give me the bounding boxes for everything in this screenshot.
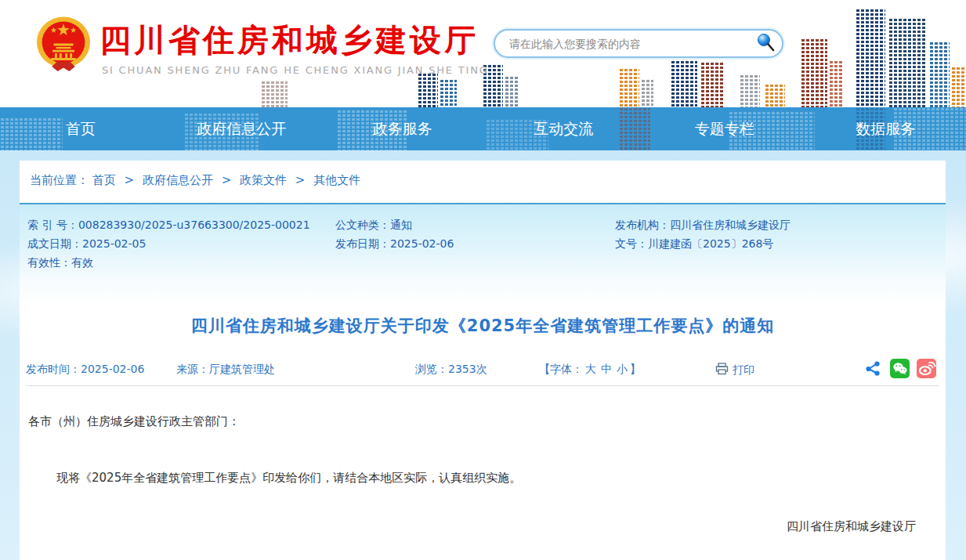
search-icon (755, 43, 776, 55)
doc-issuing-agency: 发布机构：四川省住房和城乡建设厅 (615, 219, 791, 233)
share-button[interactable] (863, 359, 883, 379)
print-label: 打印 (733, 363, 754, 378)
main-navigation: 首页 政府信息公开 政务服务 互动交流 专题专栏 数据服务 (0, 107, 966, 150)
weibo-share-button[interactable] (917, 359, 936, 379)
building-decoration (261, 81, 288, 107)
building-decoration (801, 38, 827, 107)
font-size-prefix: 【字体： (539, 363, 583, 375)
site-title-pinyin: SI CHUAN SHENG ZHU FANG HE CHENG XIANG J… (102, 64, 489, 76)
breadcrumb-label: 当前位置： (30, 173, 89, 187)
article-salutation: 各市（州）住房城乡建设行政主管部门： (28, 414, 240, 429)
search-box (494, 29, 783, 58)
nav-item-services[interactable]: 政务服务 (322, 107, 483, 150)
building-decoration (888, 18, 926, 107)
building-decoration (619, 68, 639, 107)
content-panel: 当前位置： 首页 > 政府信息公开 > 政策文件 > 其他文件 索 引 号：00… (20, 161, 946, 560)
share-icons (863, 359, 936, 379)
breadcrumb-separator: > (125, 173, 135, 187)
site-title: 四川省住房和城乡建设厅 (99, 19, 479, 62)
doc-type: 公文种类：通知 (335, 219, 412, 233)
view-count: 浏览：2353次 (415, 363, 487, 377)
nav-item-gov-info[interactable]: 政府信息公开 (161, 107, 323, 150)
breadcrumb-item-gov-info[interactable]: 政府信息公开 (143, 173, 213, 187)
building-decoration (418, 73, 438, 107)
article-signature: 四川省住房和城乡建设厅 (787, 519, 916, 534)
nav-item-data-services[interactable]: 数据服务 (805, 107, 966, 150)
nav-item-special-topics[interactable]: 专题专栏 (644, 107, 805, 150)
site-header: 四川省住房和城乡建设厅 SI CHUAN SHENG ZHU FANG HE C… (0, 0, 966, 107)
building-decoration (700, 62, 724, 107)
breadcrumb-separator: > (222, 173, 232, 187)
building-decoration (641, 79, 653, 107)
article-title: 四川省住房和城乡建设厅关于印发《2025年全省建筑管理工作要点》的通知 (20, 315, 946, 337)
building-decoration (505, 76, 519, 107)
doc-publish-date: 发布日期：2025-02-06 (335, 237, 454, 251)
weibo-icon (917, 359, 936, 381)
building-decoration (951, 67, 966, 107)
nav-list: 首页 政府信息公开 政务服务 互动交流 专题专栏 数据服务 (0, 107, 966, 150)
breadcrumb-separator: > (295, 173, 306, 187)
font-size-suffix: 】 (630, 363, 641, 375)
doc-validity: 有效性：有效 (27, 256, 93, 270)
breadcrumb-item-policy-files[interactable]: 政策文件 (240, 173, 287, 187)
divider-line (26, 385, 939, 386)
search-input[interactable] (495, 38, 752, 50)
wechat-share-button[interactable] (890, 359, 910, 379)
national-emblem-logo (34, 9, 92, 81)
doc-index-number: 索 引 号：008283930/2025-u37663300/2025-0002… (27, 219, 310, 233)
nav-item-home[interactable]: 首页 (0, 107, 161, 150)
building-decoration (929, 42, 950, 107)
search-button[interactable] (752, 32, 779, 56)
doc-number: 文号：川建建函〔2025〕268号 (615, 237, 773, 251)
print-button[interactable]: 打印 (715, 363, 754, 378)
nav-item-interaction[interactable]: 互动交流 (483, 107, 645, 150)
publish-time: 发布时间：2025-02-06 (26, 363, 144, 377)
wechat-icon (890, 359, 910, 381)
font-size-medium-button[interactable]: 中 (601, 363, 612, 375)
breadcrumb: 当前位置： 首页 > 政府信息公开 > 政策文件 > 其他文件 (30, 173, 360, 188)
article-paragraph: 现将《2025年全省建筑管理工作要点》印发给你们，请结合本地区实际，认真组织实施… (28, 471, 937, 486)
breadcrumb-item-home[interactable]: 首页 (92, 173, 116, 187)
doc-written-date: 成文日期：2025-02-05 (27, 237, 146, 251)
printer-icon (715, 363, 729, 378)
document-metadata: 索 引 号：008283930/2025-u37663300/2025-0002… (20, 203, 946, 306)
building-decoration (829, 60, 843, 107)
share-icon (864, 359, 882, 380)
building-decoration (440, 79, 457, 107)
building-decoration (765, 84, 785, 107)
font-size-large-button[interactable]: 大 (585, 363, 596, 375)
font-size-control: 【字体：大中小】 (539, 363, 641, 377)
building-decoration (740, 74, 760, 107)
article-meta-bar: 发布时间：2025-02-06 来源：厅建筑管理处 浏览：2353次 【字体：大… (20, 358, 946, 385)
article-source: 来源：厅建筑管理处 (176, 363, 275, 377)
building-decoration (856, 9, 885, 107)
font-size-small-button[interactable]: 小 (617, 363, 628, 375)
breadcrumb-item-other-files[interactable]: 其他文件 (313, 173, 360, 187)
